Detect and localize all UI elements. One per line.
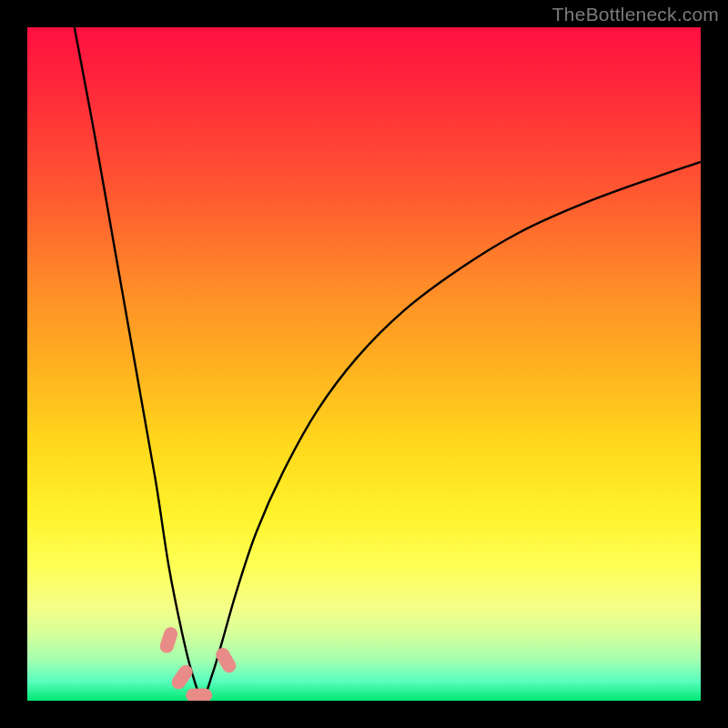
data-marker [158,626,178,654]
chart-container: TheBottleneck.com [0,0,728,728]
curve-layer [27,27,701,701]
plot-area [27,27,701,701]
data-marker [187,689,212,701]
bottleneck-curve [75,27,701,697]
watermark-text: TheBottleneck.com [552,4,719,25]
data-markers [158,626,238,701]
